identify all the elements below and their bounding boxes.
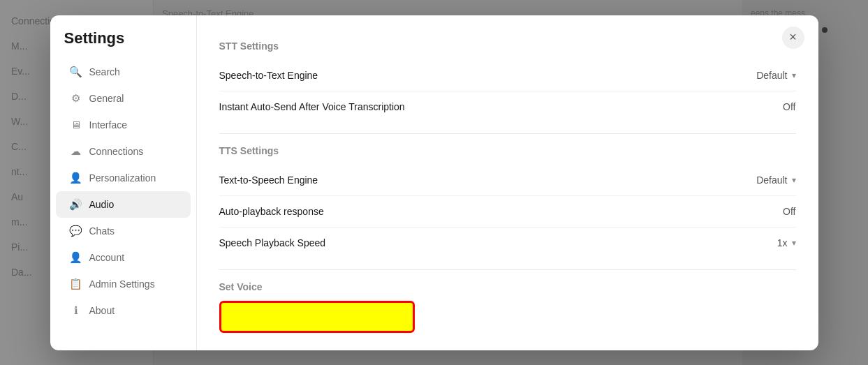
sidebar-item-label: Account [89, 252, 125, 263]
instant-auto-send-label: Instant Auto-Send After Voice Transcript… [219, 101, 405, 112]
speech-to-text-engine-value: Default [756, 70, 787, 81]
section-divider-2 [219, 269, 796, 270]
speech-to-text-engine-dropdown[interactable]: Default ▾ [756, 70, 795, 81]
sidebar-item-label: Search [89, 66, 120, 77]
person-icon: 👤 [70, 172, 82, 184]
speech-playback-speed-dropdown[interactable]: 1x ▾ [777, 237, 796, 248]
stt-section-header: STT Settings [219, 40, 796, 52]
sidebar-item-label: Personalization [89, 172, 156, 184]
sidebar-item-general[interactable]: ⚙ General [56, 85, 191, 112]
sidebar-item-label: Interface [89, 119, 127, 131]
modal-overlay: Settings 🔍 Search ⚙ General 🖥 Interface … [0, 0, 868, 365]
sidebar-item-account[interactable]: 👤 Account [56, 244, 191, 271]
gear-icon: ⚙ [70, 92, 82, 105]
instant-auto-send-row: Instant Auto-Send After Voice Transcript… [219, 91, 796, 122]
tts-section-header: TTS Settings [219, 145, 796, 156]
speech-to-text-engine-label: Speech-to-Text Engine [219, 70, 318, 81]
speech-playback-speed-row: Speech Playback Speed 1x ▾ [219, 228, 796, 258]
set-voice-section: Set Voice [219, 281, 796, 333]
section-divider-1 [219, 133, 796, 134]
settings-content: STT Settings Speech-to-Text Engine Defau… [197, 15, 818, 350]
sidebar-item-connections[interactable]: ☁ Connections [56, 138, 191, 165]
text-to-speech-engine-dropdown[interactable]: Default ▾ [756, 174, 795, 186]
audio-icon: 🔊 [70, 198, 82, 211]
sidebar-item-interface[interactable]: 🖥 Interface [56, 112, 191, 138]
sidebar-item-label: Chats [89, 225, 115, 237]
sidebar-item-personalization[interactable]: 👤 Personalization [56, 165, 191, 191]
chevron-down-icon: ▾ [792, 175, 796, 185]
text-to-speech-engine-value: Default [756, 174, 787, 186]
auto-playback-label: Auto-playback response [219, 206, 324, 217]
sidebar-item-chats[interactable]: 💬 Chats [56, 218, 191, 244]
sidebar-item-about[interactable]: ℹ About [56, 297, 191, 324]
set-voice-header: Set Voice [219, 281, 796, 292]
sidebar-item-label: General [89, 93, 124, 104]
cloud-icon: ☁ [70, 145, 82, 158]
auto-playback-row: Auto-playback response Off [219, 196, 796, 228]
text-to-speech-engine-row: Text-to-Speech Engine Default ▾ [219, 165, 796, 196]
sidebar-item-admin-settings[interactable]: 📋 Admin Settings [56, 271, 191, 297]
text-to-speech-engine-label: Text-to-Speech Engine [219, 174, 318, 186]
sidebar-item-label: Admin Settings [89, 278, 155, 290]
modal-title: Settings [50, 29, 196, 59]
admin-icon: 📋 [70, 278, 82, 290]
search-icon: 🔍 [70, 66, 82, 78]
chat-icon: 💬 [70, 225, 82, 237]
speech-playback-speed-label: Speech Playback Speed [219, 237, 326, 248]
info-icon: ℹ [70, 304, 82, 317]
settings-modal: Settings 🔍 Search ⚙ General 🖥 Interface … [50, 15, 818, 350]
tts-section: TTS Settings Text-to-Speech Engine Defau… [219, 145, 796, 258]
instant-auto-send-value: Off [783, 101, 795, 112]
chevron-down-icon: ▾ [792, 238, 796, 248]
speech-to-text-engine-row: Speech-to-Text Engine Default ▾ [219, 60, 796, 91]
chevron-down-icon: ▾ [792, 70, 796, 80]
sidebar-item-label: About [89, 305, 115, 316]
sidebar-item-audio[interactable]: 🔊 Audio [56, 191, 191, 218]
speech-playback-speed-value: 1x [777, 237, 788, 248]
auto-playback-value: Off [783, 206, 795, 217]
monitor-icon: 🖥 [70, 119, 82, 131]
set-voice-button[interactable] [219, 301, 415, 333]
sidebar-item-label: Connections [89, 146, 144, 157]
stt-section: STT Settings Speech-to-Text Engine Defau… [219, 40, 796, 122]
settings-sidebar: Settings 🔍 Search ⚙ General 🖥 Interface … [50, 15, 197, 350]
sidebar-item-search[interactable]: 🔍 Search [56, 59, 191, 85]
account-icon: 👤 [70, 251, 82, 264]
close-button[interactable]: × [782, 27, 804, 49]
sidebar-item-label: Audio [89, 199, 115, 210]
